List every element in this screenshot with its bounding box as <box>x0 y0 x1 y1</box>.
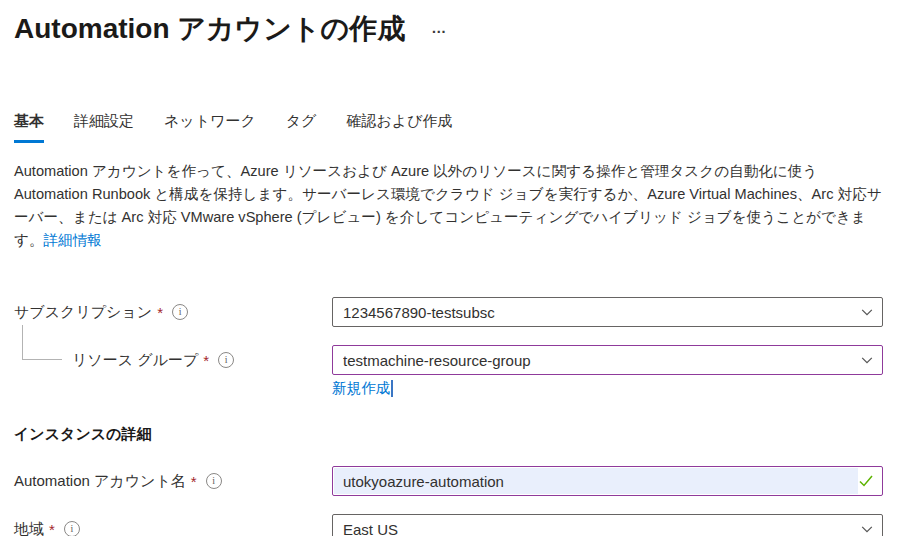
create-new-line: 新規作成 <box>332 379 885 398</box>
info-icon[interactable]: i <box>218 352 234 368</box>
required-asterisk: * <box>157 304 163 321</box>
required-asterisk: * <box>203 352 209 369</box>
tab-tags[interactable]: タグ <box>286 112 317 143</box>
region-row: 地域 * i East US <box>14 514 885 536</box>
account-name-row: Automation アカウント名 * i utokyoazure-automa… <box>14 466 885 496</box>
region-label: 地域 * i <box>14 520 332 536</box>
text-cursor <box>391 380 393 397</box>
blade-description: Automation アカウントを作って、Azure リソースおよび Azure… <box>14 160 882 252</box>
resource-group-dropdown[interactable]: testmachine-resource-group <box>332 345 883 375</box>
page-title: Automation アカウントの作成 <box>14 10 405 48</box>
learn-more-link[interactable]: 詳細情報 <box>44 232 102 248</box>
resource-group-row: リソース グループ * i testmachine-resource-group <box>14 345 885 375</box>
region-value: East US <box>343 521 860 536</box>
subscription-dropdown[interactable]: 1234567890-testsubsc <box>332 297 883 327</box>
info-icon[interactable]: i <box>64 521 80 536</box>
subscription-label: サブスクリプション * i <box>14 303 332 322</box>
instance-details-section-title: インスタンスの詳細 <box>14 425 885 444</box>
account-name-input[interactable]: utokyoazure-automation <box>332 466 883 496</box>
required-asterisk: * <box>49 521 55 536</box>
account-name-label: Automation アカウント名 * i <box>14 472 332 491</box>
account-name-value: utokyoazure-automation <box>343 473 858 490</box>
tab-basics[interactable]: 基本 <box>14 112 44 143</box>
region-dropdown[interactable]: East US <box>332 514 883 536</box>
info-icon[interactable]: i <box>172 304 188 320</box>
tab-review-create[interactable]: 確認および作成 <box>346 112 452 143</box>
subscription-row: サブスクリプション * i 1234567890-testsubsc <box>14 297 885 327</box>
description-text: Automation アカウントを作って、Azure リソースおよび Azure… <box>14 163 882 248</box>
chevron-down-icon <box>860 353 874 367</box>
chevron-down-icon <box>860 522 874 536</box>
required-asterisk: * <box>191 473 197 490</box>
tab-networking[interactable]: ネットワーク <box>164 112 256 143</box>
basics-form: サブスクリプション * i 1234567890-testsubsc リソース … <box>14 297 885 536</box>
tab-advanced[interactable]: 詳細設定 <box>74 112 134 143</box>
create-new-resource-group-link[interactable]: 新規作成 <box>332 379 390 398</box>
chevron-down-icon <box>860 305 874 319</box>
wizard-tab-bar: 基本 詳細設定 ネットワーク タグ 確認および作成 <box>14 112 885 143</box>
subscription-value: 1234567890-testsubsc <box>343 304 860 321</box>
create-automation-account-blade: Automation アカウントの作成 … 基本 詳細設定 ネットワーク タグ … <box>0 0 899 536</box>
more-options-icon[interactable]: … <box>431 20 448 35</box>
hierarchy-connector-line <box>22 325 62 360</box>
blade-header: Automation アカウントの作成 … <box>14 10 885 48</box>
info-icon[interactable]: i <box>206 473 222 489</box>
resource-group-value: testmachine-resource-group <box>343 352 860 369</box>
valid-check-icon <box>858 473 874 489</box>
